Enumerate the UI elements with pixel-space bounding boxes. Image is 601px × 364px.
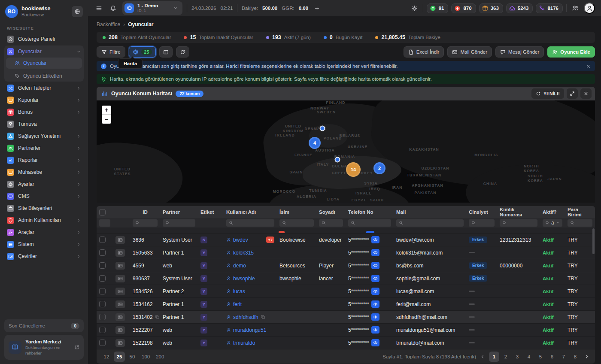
row-checkbox[interactable] — [99, 237, 106, 243]
last-update-row[interactable]: Son Güncelleme 0 — [4, 319, 84, 332]
row-checkbox[interactable] — [99, 275, 106, 282]
select-all-checkbox[interactable] — [99, 209, 106, 215]
username-link[interactable]: kolok315 — [226, 250, 254, 256]
map-refresh-button[interactable]: YENİLE — [531, 88, 564, 99]
profile-avatar-button[interactable] — [584, 3, 595, 14]
reveal-phone-button[interactable] — [371, 288, 379, 295]
add-balance-button[interactable] — [313, 4, 322, 13]
table-row[interactable]: 1534526Partner 2Ylucas5*********lucas@ma… — [97, 285, 595, 298]
id-card-icon[interactable] — [115, 275, 125, 282]
id-card-icon[interactable] — [115, 288, 125, 295]
row-checkbox[interactable] — [99, 314, 106, 320]
page-1[interactable]: 1 — [489, 352, 499, 362]
sidebar-item--eviriler[interactable]: Çeviriler — [4, 250, 84, 262]
page-2[interactable]: 2 — [501, 352, 511, 362]
reveal-phone-button[interactable] — [371, 236, 379, 243]
table-scrollbar[interactable] — [592, 228, 595, 254]
table-row[interactable]: 1531402Partner 1Ysdhfdhsdfh5*********sdh… — [97, 311, 595, 324]
sidebar-item-sistem[interactable]: Sistem — [4, 238, 84, 250]
id-card-icon[interactable] — [115, 249, 125, 257]
online-users-icon-button[interactable] — [570, 3, 580, 13]
row-checkbox[interactable] — [99, 262, 106, 269]
page-size-100[interactable]: 100 — [140, 352, 152, 362]
zoom-out-button[interactable]: − — [102, 115, 111, 124]
add-player-button[interactable]: Oyuncu Ekle — [547, 46, 595, 58]
sidebar-item-muhasebe[interactable]: Muhasebe — [4, 166, 84, 178]
excel-download-button[interactable]: Excel İndir — [404, 46, 444, 58]
page-size-200[interactable]: 200 — [154, 352, 166, 362]
table-row[interactable]: 4559webYdemoBetsourcesPlayer5*********bs… — [97, 259, 595, 272]
copy-icon[interactable] — [155, 315, 160, 319]
copy-icon[interactable] — [261, 315, 265, 319]
username-link[interactable]: ferit — [226, 301, 242, 307]
extra-count-badge[interactable]: +7 — [266, 237, 274, 243]
row-checkbox[interactable] — [99, 301, 106, 307]
reveal-phone-button[interactable] — [371, 326, 379, 334]
username-link[interactable]: trmuratdo — [226, 340, 255, 346]
column-search-input-active[interactable]: a — [543, 219, 562, 227]
column-search-input-currency[interactable] — [568, 219, 592, 227]
sidebar-item-kuponlar[interactable]: Kuponlar — [4, 94, 84, 106]
sidebar-item-g-sterge-paneli[interactable]: Gösterge Paneli — [4, 33, 84, 45]
page-4[interactable]: 4 — [524, 352, 534, 362]
table-row[interactable]: 930637System UserYbwsophiebwsophielancer… — [97, 272, 595, 285]
bonus-badge[interactable]: 363 — [479, 3, 503, 13]
reveal-phone-button[interactable] — [371, 275, 379, 282]
call-badge[interactable]: 8176 — [536, 3, 563, 13]
map-toggle-button[interactable]: 25 — [129, 46, 156, 58]
column-search-input-mail[interactable] — [396, 219, 464, 227]
sidebar-subitem-oyuncu-etiketleri[interactable]: Oyuncu Etiketleri — [4, 70, 84, 82]
username-link[interactable]: bwdev — [226, 237, 248, 243]
page-7[interactable]: 7 — [559, 352, 569, 362]
prev-page-button[interactable] — [479, 353, 486, 361]
map-marker-dot[interactable] — [320, 126, 325, 131]
map-marker-dot[interactable] — [335, 157, 340, 163]
filter-clear-cell[interactable] — [99, 219, 110, 227]
row-checkbox[interactable] — [99, 288, 106, 294]
zoom-in-button[interactable]: + — [102, 106, 111, 115]
row-checkbox[interactable] — [99, 249, 106, 256]
column-search-input-surname[interactable] — [319, 219, 343, 227]
columns-button[interactable] — [159, 46, 173, 58]
send-mail-button[interactable]: Mail Gönder — [447, 46, 492, 58]
sidebar-item-sa-lay-c-y-netimi[interactable]: Sağlayıcı Yönetimi — [4, 130, 84, 142]
sidebar-item-admin-kullan-c-lar-[interactable]: Admin Kullanıcıları — [4, 214, 84, 226]
map-canvas[interactable]: + − NORWAYSWEDENFINLANDUNITED KINGDOMIRE… — [97, 100, 595, 203]
language-button[interactable] — [72, 6, 83, 17]
row-checkbox[interactable] — [99, 327, 106, 333]
id-card-icon[interactable] — [115, 300, 125, 308]
refresh-button[interactable] — [176, 46, 189, 58]
page-8[interactable]: 8 — [570, 352, 580, 362]
username-link[interactable]: muratdongu51 — [226, 327, 266, 333]
help-center-card[interactable]: Yardım Merkezi Dokümantasyon ve rehberle… — [4, 335, 84, 360]
id-card-icon[interactable] — [115, 326, 125, 334]
sidebar-item-site-bile-enleri[interactable]: Site Bileşenleri — [4, 202, 84, 214]
table-row[interactable]: 1522198webYtrmuratdo5*********trmuratdo@… — [97, 337, 595, 349]
sidebar-item-raporlar[interactable]: Raporlar — [4, 154, 84, 166]
next-page-button[interactable] — [583, 353, 591, 361]
sidebar-item-ara-lar[interactable]: Araçlar — [4, 226, 84, 238]
page-size-25[interactable]: 25 — [114, 352, 125, 362]
reveal-phone-button[interactable] — [371, 249, 379, 256]
map-close-button[interactable] — [580, 88, 592, 99]
hamburger-menu-button[interactable] — [94, 3, 104, 13]
column-search-input-gender[interactable] — [469, 219, 495, 227]
id-card-icon[interactable] — [115, 262, 125, 270]
column-header-checkbox[interactable] — [97, 209, 113, 215]
sidebar-item-bonus[interactable]: Bonus — [4, 106, 84, 118]
breadcrumb-root[interactable]: Backoffice — [97, 21, 120, 27]
close-icon[interactable] — [586, 64, 591, 69]
withdraw-badge[interactable]: 870 — [451, 3, 476, 13]
table-row[interactable]: 1522207webYmuratdongu515*********muratdo… — [97, 324, 595, 337]
username-link[interactable]: bwsophie — [226, 276, 255, 282]
settings-gear-button[interactable] — [410, 3, 419, 13]
reveal-phone-button[interactable] — [371, 313, 379, 321]
sidebar-subitem-oyuncular[interactable]: Oyuncular — [6, 58, 82, 69]
reveal-phone-button[interactable] — [371, 300, 379, 308]
sidebar-item-cms[interactable]: CMS — [4, 190, 84, 202]
send-message-button[interactable]: Mesaj Gönder — [495, 46, 544, 58]
page-5[interactable]: 5 — [535, 352, 546, 362]
page-size-12[interactable]: 12 — [101, 352, 112, 362]
id-card-icon[interactable] — [115, 236, 125, 244]
column-search-input-name[interactable] — [279, 219, 314, 227]
